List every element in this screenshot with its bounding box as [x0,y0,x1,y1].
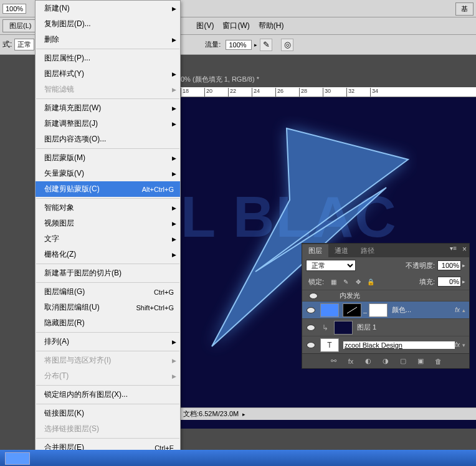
layer-row[interactable]: ↳ 图层 1 [302,318,469,336]
submenu-arrow-icon: ▶ [172,6,176,12]
tab-channels[interactable]: 通道 [328,244,355,257]
clip-indicator-icon: ↳ [322,323,328,332]
menu-item[interactable]: 复制图层(D)... [36,16,180,32]
menu-item[interactable]: 新建基于图层的切片(B) [36,265,180,281]
text-layer-thumbnail[interactable]: T [320,338,339,352]
layer-name[interactable]: zcool Black Design [343,341,455,349]
menu-item[interactable]: 图层蒙版(M)▶ [36,150,180,166]
menu-item[interactable]: 删除▶ [36,32,180,47]
eye-icon[interactable] [307,307,315,313]
menu-item[interactable]: 图层样式(Y)▶ [36,66,180,82]
link-layers-icon[interactable]: ⚯ [328,357,338,366]
mask-icon[interactable]: ◐ [363,357,373,366]
menu-item[interactable]: 栅格化(Z)▶ [36,247,180,262]
ruler-tick: 26 [275,88,299,97]
menu-item-label: 取消图层编组(U) [44,302,100,313]
ruler-tick: 20 [204,88,228,97]
menu-item[interactable]: 创建剪贴蒙版(C)Alt+Ctrl+G [36,181,180,197]
flow-arrow-icon[interactable]: ▸ [254,42,257,48]
layer-name[interactable]: 图层 1 [357,323,468,332]
tab-layers[interactable]: 图层 [302,244,328,257]
menu-item[interactable]: 文字▶ [36,231,180,247]
opacity-input[interactable] [437,260,461,270]
lock-paint-icon[interactable]: ✎ [341,277,350,286]
menu-item-label: 智能对象 [44,202,74,213]
layer-row[interactable]: T zcool Black Design fx ▾ [302,336,469,353]
zoom-display[interactable]: 100% [2,4,26,14]
menu-item[interactable]: 取消图层编组(U)Shift+Ctrl+G [36,300,180,315]
chevron-down-icon[interactable]: ▾ [462,342,465,348]
menu-item-label: 图层蒙版(M) [44,153,85,163]
mode-select[interactable]: 正常 [14,39,34,50]
lock-transparency-icon[interactable]: ▦ [329,277,338,286]
menu-item-label: 将图层与选区对齐(I) [44,355,111,366]
menu-item[interactable]: 智能对象▶ [36,200,180,216]
menu-item-label: 图层内容选项(O)... [44,134,106,145]
menu-item-label: 隐藏图层(R) [44,318,85,328]
blend-mode-select[interactable]: 正常 [306,260,356,271]
layer-thumbnail[interactable] [334,321,353,335]
menu-item-label: 排列(A) [44,336,69,347]
eye-icon[interactable] [309,293,318,299]
menu-item[interactable]: 矢量蒙版(V)▶ [36,166,180,181]
trash-icon[interactable]: 🗑 [433,357,443,366]
submenu-arrow-icon: ▶ [172,373,176,379]
new-layer-icon[interactable]: ▣ [416,357,426,366]
menu-window[interactable]: 窗口(W) [220,19,252,32]
menu-item[interactable]: 视频图层▶ [36,216,180,231]
menu-item[interactable]: 排列(A)▶ [36,334,180,350]
layer-mask-thumbnail[interactable] [343,303,361,317]
eye-icon[interactable] [307,325,315,331]
close-icon[interactable]: × [462,245,467,254]
menu-separator [36,385,179,386]
menu-item[interactable]: 新建(N)▶ [36,1,180,16]
flow-input[interactable] [226,40,252,50]
menu-item-label: 链接图层(K) [44,408,84,419]
fill-arrow-icon[interactable]: ▸ [462,278,465,285]
menu-separator [36,198,179,199]
menu-help[interactable]: 帮助(H) [256,19,287,32]
chevron-up-icon[interactable]: ▴ [462,307,465,313]
menu-item[interactable]: 图层编组(G)Ctrl+G [36,284,180,300]
menu-item[interactable]: 新建调整图层(J)▶ [36,116,180,131]
fill-input[interactable] [437,277,461,287]
effect-inner-glow-label[interactable]: 内发光 [340,291,360,300]
fx-badge[interactable]: fx [455,307,460,313]
airbrush-icon[interactable]: ✎ [260,39,272,51]
taskbar [0,450,476,466]
menu-item[interactable]: 新建填充图层(W)▶ [36,100,180,116]
menu-separator [36,332,179,333]
svg-line-2 [347,307,357,313]
eye-icon[interactable] [307,342,315,348]
doc-size-info: 文档:6.52M/23.0M [183,409,239,419]
lock-all-icon[interactable]: 🔒 [366,277,375,286]
layer-row[interactable]: ⎯ 颜色... fx ▴ [302,301,469,318]
layer-name[interactable]: 颜色... [392,305,455,315]
menu-item[interactable]: 锁定组内的所有图层(X)... [36,387,180,402]
target-icon[interactable]: ◎ [281,39,293,51]
menu-item-label: 矢量蒙版(V) [44,168,84,179]
link-icon[interactable]: ⎯ [363,307,367,313]
layer-mask2-thumbnail[interactable] [369,303,388,317]
fx-badge[interactable]: fx [455,341,460,348]
lock-move-icon[interactable]: ✥ [354,277,363,286]
layer-thumbnail[interactable] [320,303,339,317]
panel-menu-icon[interactable]: ▾≡ [450,245,457,252]
menu-item: 智能滤镜▶ [36,82,180,97]
menu-view[interactable]: 图(V) [194,19,216,32]
menu-item[interactable]: 图层内容选项(O)... [36,131,180,147]
status-arrow-icon[interactable]: ▸ [242,411,245,417]
menu-item: 分布(T)▶ [36,368,180,384]
top-right-button[interactable]: 基 [455,2,474,16]
menu-item[interactable]: 链接图层(K) [36,406,180,421]
menu-item[interactable]: 图层属性(P)... [36,50,180,66]
menu-item-label: 新建(N) [44,3,70,14]
taskbar-item[interactable] [5,452,30,465]
adjustment-icon[interactable]: ◑ [381,357,391,366]
layer-menu-button[interactable]: 图层(L) [2,19,38,32]
tab-paths[interactable]: 路径 [355,244,381,257]
opacity-arrow-icon[interactable]: ▸ [462,262,465,269]
folder-icon[interactable]: ▢ [398,357,408,366]
menu-item[interactable]: 隐藏图层(R) [36,315,180,331]
fx-icon[interactable]: fx [346,357,356,366]
